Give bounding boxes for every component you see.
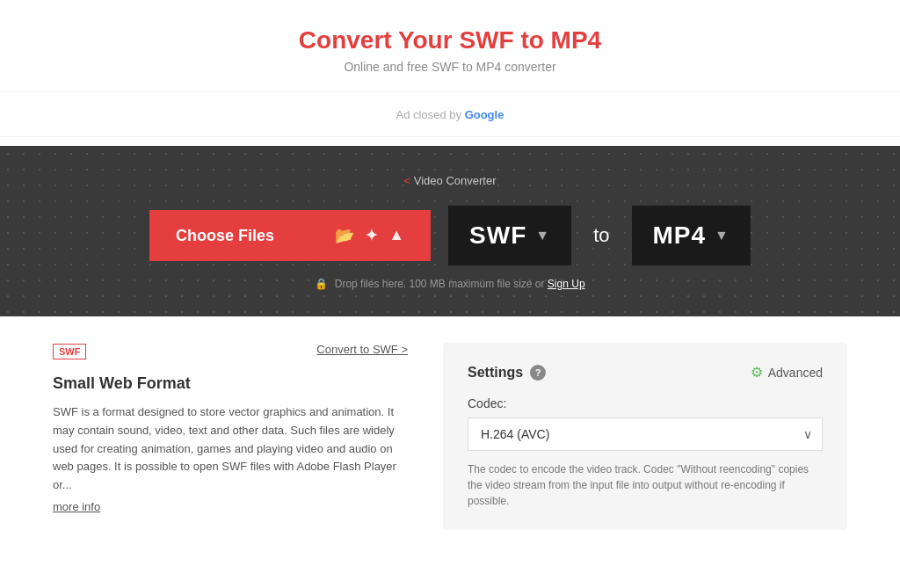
page-title: Convert Your SWF to MP4 — [18, 26, 882, 54]
convert-to-swf-link[interactable]: Convert to SWF — [316, 343, 408, 356]
format-title: Small Web Format — [53, 370, 408, 393]
video-converter-link[interactable]: Video Converter — [404, 174, 497, 187]
settings-title-group: Settings ? — [468, 365, 546, 381]
codec-select-wrapper: H.264 (AVC) H.265 (HEVC) MPEG-4 Without … — [468, 417, 823, 451]
more-info-link[interactable]: more info — [53, 500, 408, 513]
left-panel-top: SWF Convert to SWF — [53, 343, 408, 370]
from-format-chevron: ▼ — [535, 228, 550, 243]
codec-select[interactable]: H.264 (AVC) H.265 (HEVC) MPEG-4 Without … — [468, 417, 823, 451]
from-format-selector[interactable]: SWF ▼ — [448, 206, 571, 265]
signup-link[interactable]: Sign Up — [548, 278, 585, 290]
ad-text: Ad closed by — [396, 108, 465, 121]
ad-bar: Ad closed by Google — [0, 91, 900, 137]
codec-label: Codec: — [468, 396, 823, 410]
converter-section: Video Converter Choose Files 📂 ✦ ▲ SWF ▼… — [0, 146, 900, 316]
nav-breadcrumb: Video Converter — [53, 172, 847, 188]
gear-icon: ⚙ — [751, 364, 763, 381]
format-description: SWF is a format designed to store vector… — [53, 403, 408, 495]
page-header: Convert Your SWF to MP4 Online and free … — [0, 0, 900, 83]
left-info-panel: SWF Convert to SWF Small Web Format SWF … — [53, 343, 443, 530]
folder-icon: 📂 — [335, 226, 354, 245]
from-format-label: SWF — [469, 221, 526, 250]
drop-hint-text: Drop files here. 100 MB maximum file siz… — [335, 278, 548, 290]
to-format-label: MP4 — [653, 221, 707, 250]
settings-label: Settings — [468, 365, 523, 381]
gdrive-icon: ▲ — [388, 226, 404, 245]
advanced-link[interactable]: ⚙ Advanced — [751, 364, 823, 381]
dropbox-icon: ✦ — [365, 226, 378, 245]
settings-panel: Settings ? ⚙ Advanced Codec: H.264 (AVC)… — [443, 343, 847, 530]
page-subtitle: Online and free SWF to MP4 converter — [18, 60, 882, 74]
choose-files-label: Choose Files — [176, 227, 274, 245]
converter-row: Choose Files 📂 ✦ ▲ SWF ▼ to MP4 ▼ — [53, 206, 847, 265]
settings-header: Settings ? ⚙ Advanced — [468, 364, 823, 381]
to-label: to — [589, 224, 613, 247]
drop-hint-bar: 🔒 Drop files here. 100 MB maximum file s… — [315, 278, 584, 290]
bottom-section: SWF Convert to SWF Small Web Format SWF … — [0, 316, 900, 556]
swf-badge: SWF — [53, 344, 86, 359]
lock-icon: 🔒 — [315, 278, 328, 290]
to-format-chevron: ▼ — [715, 228, 729, 243]
upload-icons: 📂 ✦ ▲ — [335, 226, 404, 245]
google-brand: Google — [465, 108, 504, 121]
codec-description: The codec to encode the video track. Cod… — [468, 461, 823, 509]
advanced-label: Advanced — [768, 366, 823, 380]
help-icon[interactable]: ? — [530, 365, 546, 381]
choose-files-button[interactable]: Choose Files 📂 ✦ ▲ — [149, 210, 431, 261]
to-format-selector[interactable]: MP4 ▼ — [632, 206, 751, 265]
